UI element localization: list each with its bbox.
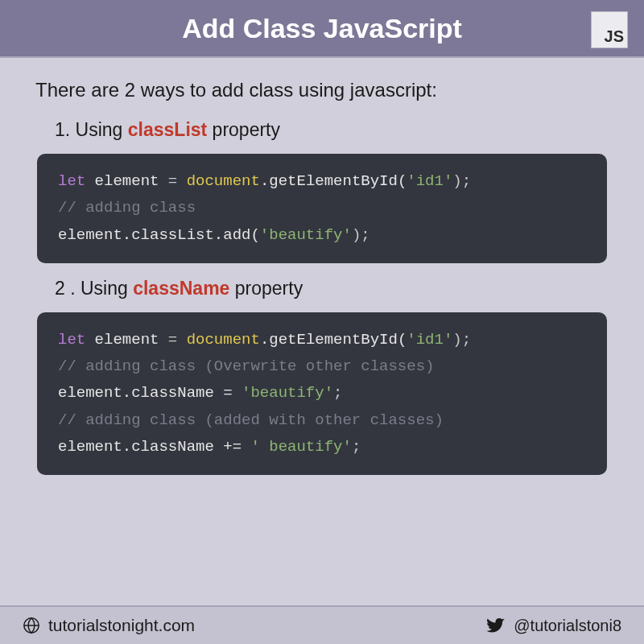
footer-handle: @tutorialstoni8: [514, 617, 621, 635]
code2-line3: element.className = 'beautify';: [58, 380, 586, 407]
code-token: );: [452, 172, 471, 190]
code-token: 'beautify': [242, 384, 333, 402]
code-token: let: [58, 331, 85, 349]
code-token: 'id1': [407, 331, 452, 349]
code-token: ;: [333, 384, 342, 402]
code-token: =: [168, 331, 187, 349]
code-token: element: [85, 172, 168, 190]
globe-icon: [23, 617, 40, 634]
code-token: ' beautify': [250, 438, 351, 456]
method-1-num: 1.: [55, 119, 70, 140]
footer-site: tutorialstonight.com: [48, 616, 195, 635]
code1-line2: // adding class: [58, 195, 586, 221]
footer-left: tutorialstonight.com: [23, 616, 195, 635]
code1-line3: element.classList.add('beautify');: [58, 222, 586, 249]
header: Add Class JavaScript JS: [0, 0, 644, 58]
js-badge-icon: JS: [591, 11, 628, 48]
code2-line5: element.className += ' beautify';: [58, 434, 586, 460]
code-block-2: let element = document.getElementById('i…: [37, 312, 607, 475]
method-1: 1. Using classList property let element …: [35, 119, 609, 263]
method-2-suffix: property: [229, 278, 303, 299]
method-1-prefix: Using: [76, 119, 128, 140]
method-2: 2 . Using className property let element…: [35, 278, 609, 475]
code-token: element.classList.add(: [58, 226, 260, 244]
code-token: .getElementById(: [260, 172, 407, 190]
code-token: ;: [352, 438, 361, 456]
code-token: =: [168, 172, 187, 190]
method-1-suffix: property: [207, 119, 280, 140]
code-token: element.className =: [58, 384, 242, 402]
code-token: 'id1': [407, 172, 452, 190]
page-title: Add Class JavaScript: [182, 13, 462, 44]
code-token: element: [85, 331, 168, 349]
twitter-icon: [486, 616, 506, 635]
code-block-1: let element = document.getElementById('i…: [37, 154, 607, 263]
method-1-keyword: classList: [128, 119, 207, 140]
code-token: element.className +=: [58, 438, 250, 456]
code-token: 'beautify': [260, 226, 352, 244]
code-token: document: [187, 331, 260, 349]
method-2-keyword: className: [133, 278, 229, 299]
code2-line4: // adding class (added with other classe…: [58, 407, 586, 434]
code-token: );: [352, 226, 370, 244]
code-token: .getElementById(: [260, 331, 407, 349]
footer: tutorialstonight.com @tutorialstoni8: [0, 605, 644, 644]
footer-right: @tutorialstoni8: [486, 616, 621, 635]
method-2-title: 2 . Using className property: [55, 278, 609, 299]
intro-text: There are 2 ways to add class using java…: [35, 79, 609, 101]
method-2-prefix: Using: [80, 278, 133, 299]
code2-line2: // adding class (Overwrite other classes…: [58, 353, 586, 380]
code-token: let: [58, 172, 85, 190]
code2-line1: let element = document.getElementById('i…: [58, 327, 586, 353]
method-2-num: 2 .: [55, 278, 76, 299]
method-1-title: 1. Using classList property: [55, 119, 609, 141]
code-token: document: [187, 172, 260, 190]
code1-line1: let element = document.getElementById('i…: [58, 168, 586, 195]
code-token: );: [452, 331, 471, 349]
content: There are 2 ways to add class using java…: [0, 58, 644, 605]
